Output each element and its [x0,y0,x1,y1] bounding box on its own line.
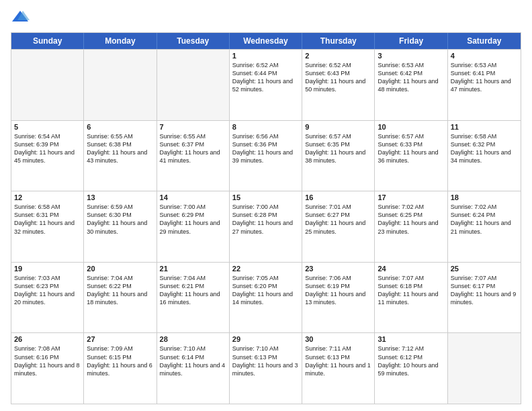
logo-icon [11,8,30,27]
day-number: 21 [160,265,226,273]
calendar-cell-16: 16Sunrise: 7:01 AM Sunset: 6:27 PM Dayli… [302,191,375,262]
cell-info: Sunrise: 6:59 AM Sunset: 6:30 PM Dayligh… [87,203,153,236]
calendar-row-3: 19Sunrise: 7:03 AM Sunset: 6:23 PM Dayli… [11,262,521,333]
cell-info: Sunrise: 6:58 AM Sunset: 6:31 PM Dayligh… [14,203,81,236]
calendar-cell-17: 17Sunrise: 7:02 AM Sunset: 6:25 PM Dayli… [375,191,447,262]
weekday-header-friday: Friday [375,33,447,49]
calendar-cell-27: 27Sunrise: 7:09 AM Sunset: 6:15 PM Dayli… [84,333,157,404]
cell-info: Sunrise: 6:52 AM Sunset: 6:44 PM Dayligh… [232,61,299,94]
cell-info: Sunrise: 7:00 AM Sunset: 6:29 PM Dayligh… [160,203,226,236]
cell-info: Sunrise: 6:53 AM Sunset: 6:42 PM Dayligh… [378,61,444,94]
calendar-cell-empty-0-2 [157,50,230,120]
calendar-body: 1Sunrise: 6:52 AM Sunset: 6:44 PM Daylig… [11,49,521,404]
calendar-row-1: 5Sunrise: 6:54 AM Sunset: 6:39 PM Daylig… [11,120,521,191]
day-number: 8 [232,123,299,131]
calendar-cell-15: 15Sunrise: 7:00 AM Sunset: 6:28 PM Dayli… [230,191,302,262]
calendar-cell-19: 19Sunrise: 7:03 AM Sunset: 6:23 PM Dayli… [11,263,84,333]
weekday-header-thursday: Thursday [302,33,375,49]
day-number: 28 [160,335,226,343]
calendar-cell-22: 22Sunrise: 7:05 AM Sunset: 6:20 PM Dayli… [230,263,302,333]
calendar: SundayMondayTuesdayWednesdayThursdayFrid… [11,32,521,404]
weekday-header-monday: Monday [84,33,157,49]
calendar-cell-14: 14Sunrise: 7:00 AM Sunset: 6:29 PM Dayli… [157,191,230,262]
calendar-cell-31: 31Sunrise: 7:12 AM Sunset: 6:12 PM Dayli… [375,333,447,404]
cell-info: Sunrise: 7:09 AM Sunset: 6:15 PM Dayligh… [87,345,153,377]
day-number: 1 [232,52,299,60]
day-number: 26 [14,335,81,343]
logo [11,8,32,27]
day-number: 19 [14,265,81,273]
weekday-header-tuesday: Tuesday [157,33,230,49]
day-number: 18 [451,193,518,201]
calendar-cell-1: 1Sunrise: 6:52 AM Sunset: 6:44 PM Daylig… [230,50,302,120]
calendar-cell-28: 28Sunrise: 7:10 AM Sunset: 6:14 PM Dayli… [157,333,230,404]
calendar-cell-20: 20Sunrise: 7:04 AM Sunset: 6:22 PM Dayli… [84,263,157,333]
cell-info: Sunrise: 7:12 AM Sunset: 6:12 PM Dayligh… [378,345,444,377]
day-number: 11 [451,123,518,131]
calendar-cell-empty-0-1 [84,50,157,120]
day-number: 25 [451,265,518,273]
calendar-cell-26: 26Sunrise: 7:08 AM Sunset: 6:16 PM Dayli… [11,333,84,404]
calendar-cell-6: 6Sunrise: 6:55 AM Sunset: 6:38 PM Daylig… [84,121,157,191]
cell-info: Sunrise: 7:07 AM Sunset: 6:17 PM Dayligh… [451,274,518,307]
cell-info: Sunrise: 7:00 AM Sunset: 6:28 PM Dayligh… [232,203,299,236]
calendar-cell-8: 8Sunrise: 6:56 AM Sunset: 6:36 PM Daylig… [230,121,302,191]
calendar-cell-5: 5Sunrise: 6:54 AM Sunset: 6:39 PM Daylig… [11,121,84,191]
calendar-cell-empty-0-0 [11,50,84,120]
day-number: 15 [232,193,299,201]
calendar-cell-30: 30Sunrise: 7:11 AM Sunset: 6:13 PM Dayli… [302,333,375,404]
cell-info: Sunrise: 7:07 AM Sunset: 6:18 PM Dayligh… [378,274,444,307]
calendar-cell-2: 2Sunrise: 6:52 AM Sunset: 6:43 PM Daylig… [302,50,375,120]
calendar-cell-7: 7Sunrise: 6:55 AM Sunset: 6:37 PM Daylig… [157,121,230,191]
cell-info: Sunrise: 7:04 AM Sunset: 6:21 PM Dayligh… [160,274,226,307]
calendar-cell-18: 18Sunrise: 7:02 AM Sunset: 6:24 PM Dayli… [448,191,521,262]
cell-info: Sunrise: 6:56 AM Sunset: 6:36 PM Dayligh… [232,132,299,165]
cell-info: Sunrise: 7:02 AM Sunset: 6:24 PM Dayligh… [451,203,518,236]
day-number: 10 [378,123,444,131]
cell-info: Sunrise: 6:55 AM Sunset: 6:37 PM Dayligh… [160,132,226,165]
calendar-row-2: 12Sunrise: 6:58 AM Sunset: 6:31 PM Dayli… [11,191,521,262]
day-number: 29 [232,335,299,343]
day-number: 5 [14,123,81,131]
calendar-row-0: 1Sunrise: 6:52 AM Sunset: 6:44 PM Daylig… [11,49,521,120]
day-number: 17 [378,193,444,201]
day-number: 7 [160,123,226,131]
cell-info: Sunrise: 7:02 AM Sunset: 6:25 PM Dayligh… [378,203,444,236]
calendar-header: SundayMondayTuesdayWednesdayThursdayFrid… [11,33,521,49]
calendar-cell-3: 3Sunrise: 6:53 AM Sunset: 6:42 PM Daylig… [375,50,447,120]
day-number: 20 [87,265,153,273]
day-number: 24 [378,265,444,273]
day-number: 13 [87,193,153,201]
calendar-cell-13: 13Sunrise: 6:59 AM Sunset: 6:30 PM Dayli… [84,191,157,262]
calendar-cell-12: 12Sunrise: 6:58 AM Sunset: 6:31 PM Dayli… [11,191,84,262]
cell-info: Sunrise: 6:52 AM Sunset: 6:43 PM Dayligh… [305,61,371,94]
day-number: 12 [14,193,81,201]
calendar-cell-10: 10Sunrise: 6:57 AM Sunset: 6:33 PM Dayli… [375,121,447,191]
day-number: 6 [87,123,153,131]
calendar-cell-24: 24Sunrise: 7:07 AM Sunset: 6:18 PM Dayli… [375,263,447,333]
weekday-header-sunday: Sunday [11,33,84,49]
day-number: 2 [305,52,371,60]
cell-info: Sunrise: 7:08 AM Sunset: 6:16 PM Dayligh… [14,345,81,377]
cell-info: Sunrise: 7:05 AM Sunset: 6:20 PM Dayligh… [232,274,299,307]
weekday-header-wednesday: Wednesday [230,33,302,49]
cell-info: Sunrise: 6:57 AM Sunset: 6:35 PM Dayligh… [305,132,371,165]
cell-info: Sunrise: 7:10 AM Sunset: 6:13 PM Dayligh… [232,345,299,377]
calendar-cell-empty-4-6 [448,333,521,404]
cell-info: Sunrise: 6:57 AM Sunset: 6:33 PM Dayligh… [378,132,444,165]
calendar-cell-4: 4Sunrise: 6:53 AM Sunset: 6:41 PM Daylig… [448,50,521,120]
calendar-cell-29: 29Sunrise: 7:10 AM Sunset: 6:13 PM Dayli… [230,333,302,404]
day-number: 31 [378,335,444,343]
day-number: 3 [378,52,444,60]
cell-info: Sunrise: 6:53 AM Sunset: 6:41 PM Dayligh… [451,61,518,94]
day-number: 27 [87,335,153,343]
day-number: 23 [305,265,371,273]
cell-info: Sunrise: 6:54 AM Sunset: 6:39 PM Dayligh… [14,132,81,165]
cell-info: Sunrise: 6:55 AM Sunset: 6:38 PM Dayligh… [87,132,153,165]
cell-info: Sunrise: 7:06 AM Sunset: 6:19 PM Dayligh… [305,274,371,307]
cell-info: Sunrise: 6:58 AM Sunset: 6:32 PM Dayligh… [451,132,518,165]
calendar-cell-21: 21Sunrise: 7:04 AM Sunset: 6:21 PM Dayli… [157,263,230,333]
header [11,8,521,27]
cell-info: Sunrise: 7:10 AM Sunset: 6:14 PM Dayligh… [160,345,226,377]
day-number: 9 [305,123,371,131]
